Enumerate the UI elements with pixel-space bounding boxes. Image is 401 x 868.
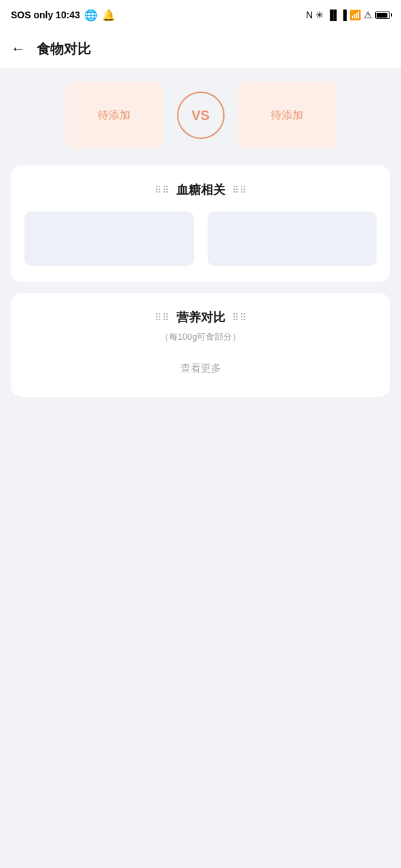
blood-sugar-right-placeholder bbox=[208, 212, 377, 266]
nutrition-section: ⠿⠿ 营养对比 ⠿⠿ （每100g可食部分） 查看更多 bbox=[11, 293, 390, 397]
nutrition-subtitle: （每100g可食部分） bbox=[24, 331, 377, 343]
status-text: SOS only 10:43 bbox=[11, 9, 80, 20]
compare-header: 待添加 VS 待添加 bbox=[11, 81, 390, 149]
blood-sugar-section: ⠿⠿ 血糖相关 ⠿⠿ bbox=[11, 165, 390, 282]
status-bar: SOS only 10:43 🌐 🔔 N ✳ ▐▌▐ 📶 ⚠ bbox=[0, 0, 401, 30]
bell-icon: 🔔 bbox=[102, 9, 115, 22]
left-placeholder-text: 待添加 bbox=[98, 108, 130, 123]
blood-sugar-dots-right: ⠿⠿ bbox=[232, 184, 247, 195]
right-food-placeholder[interactable]: 待添加 bbox=[238, 81, 337, 149]
bluetooth-icon: ✳ bbox=[316, 9, 324, 20]
blood-sugar-left-placeholder bbox=[24, 212, 194, 266]
battery-warning-icon: ⚠ bbox=[364, 9, 373, 20]
main-content: 待添加 VS 待添加 ⠿⠿ 血糖相关 ⠿⠿ ⠿⠿ 营养对比 ⠿⠿ （每100g可… bbox=[0, 68, 401, 421]
blood-sugar-dots-left: ⠿⠿ bbox=[155, 184, 170, 195]
nutrition-dots-left: ⠿⠿ bbox=[155, 312, 170, 323]
status-left: SOS only 10:43 🌐 🔔 bbox=[11, 9, 115, 22]
nfc-icon: N bbox=[306, 9, 313, 20]
dot-icon: 🌐 bbox=[84, 9, 98, 22]
left-food-placeholder[interactable]: 待添加 bbox=[65, 81, 164, 149]
nutrition-dots-right: ⠿⠿ bbox=[232, 312, 247, 323]
battery-icon bbox=[375, 12, 390, 19]
nutrition-header: ⠿⠿ 营养对比 ⠿⠿ bbox=[24, 309, 377, 326]
back-button[interactable]: ← bbox=[11, 40, 26, 58]
wifi-icon: 📶 bbox=[349, 9, 361, 20]
vs-label: VS bbox=[191, 108, 210, 123]
blood-sugar-content bbox=[24, 212, 377, 266]
nav-bar: ← 食物对比 bbox=[0, 30, 401, 68]
blood-sugar-header: ⠿⠿ 血糖相关 ⠿⠿ bbox=[24, 182, 377, 198]
right-placeholder-text: 待添加 bbox=[271, 108, 303, 123]
page-title: 食物对比 bbox=[37, 40, 91, 58]
signal-bars-icon: ▐▌▐ bbox=[326, 9, 347, 20]
nutrition-title: 营养对比 bbox=[176, 309, 225, 326]
view-more-button[interactable]: 查看更多 bbox=[24, 357, 377, 380]
status-right: N ✳ ▐▌▐ 📶 ⚠ bbox=[306, 9, 390, 20]
vs-circle: VS bbox=[177, 92, 225, 139]
blood-sugar-title: 血糖相关 bbox=[176, 182, 225, 198]
